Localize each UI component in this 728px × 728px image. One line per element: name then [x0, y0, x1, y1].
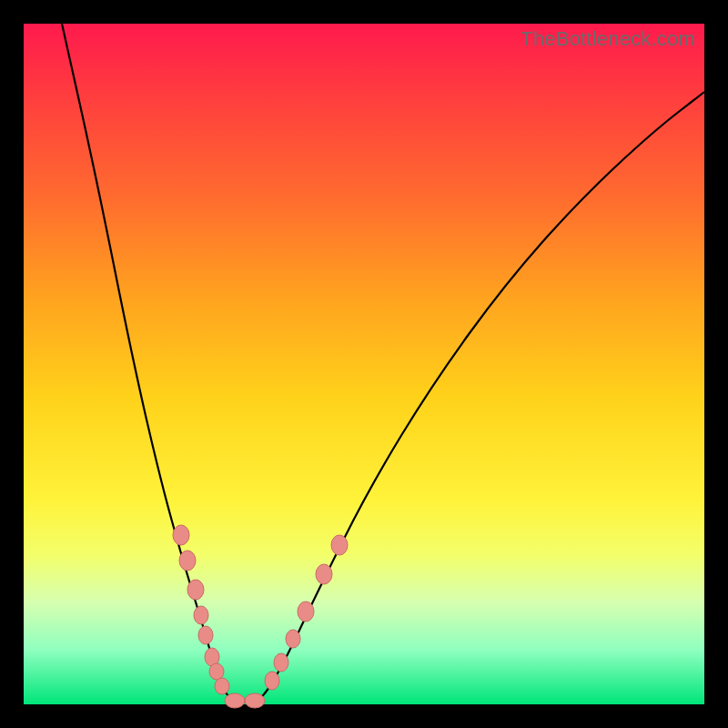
data-points: [173, 525, 348, 708]
data-point: [245, 693, 265, 708]
data-point: [316, 564, 332, 584]
data-point: [298, 602, 314, 622]
data-point: [225, 693, 245, 708]
data-point: [274, 653, 288, 672]
curve-left: [62, 24, 235, 702]
bottleneck-chart: [24, 24, 704, 704]
data-point: [198, 626, 213, 644]
data-point: [179, 551, 196, 571]
data-point: [187, 580, 204, 600]
data-point: [215, 678, 229, 694]
curve-right: [256, 92, 704, 702]
data-point: [331, 535, 348, 555]
data-point: [194, 606, 208, 624]
chart-frame: TheBottleneck.com: [24, 24, 704, 704]
data-point: [173, 525, 189, 545]
watermark-text: TheBottleneck.com: [521, 27, 695, 51]
data-point: [209, 663, 224, 680]
data-point: [286, 630, 300, 648]
data-point: [265, 672, 279, 690]
